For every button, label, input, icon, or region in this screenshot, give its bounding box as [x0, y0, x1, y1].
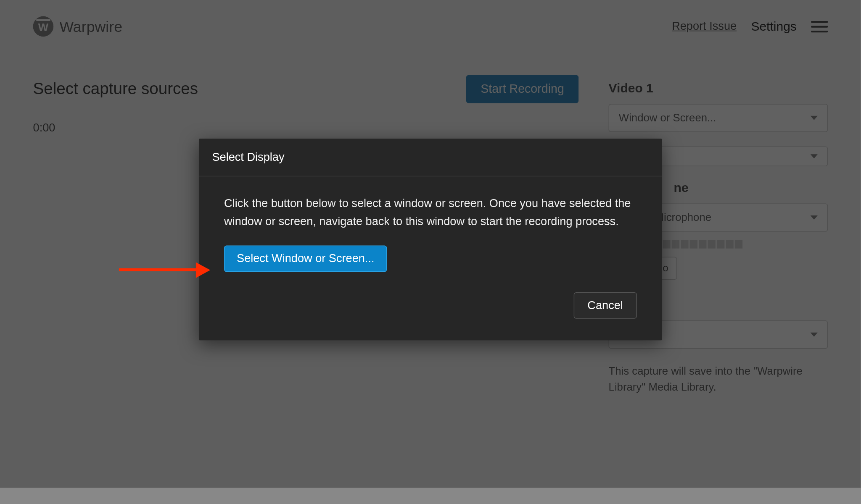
modal-title: Select Display: [199, 139, 662, 176]
cancel-button[interactable]: Cancel: [573, 292, 637, 319]
modal-body: Click the button below to select a windo…: [199, 176, 662, 278]
select-window-or-screen-button[interactable]: Select Window or Screen...: [224, 245, 387, 272]
modal-footer: Cancel: [199, 278, 662, 340]
select-display-modal: Select Display Click the button below to…: [199, 139, 662, 340]
app-root: W Warpwire Report Issue Settings Select …: [0, 0, 861, 488]
modal-instructions: Click the button below to select a windo…: [224, 194, 637, 231]
